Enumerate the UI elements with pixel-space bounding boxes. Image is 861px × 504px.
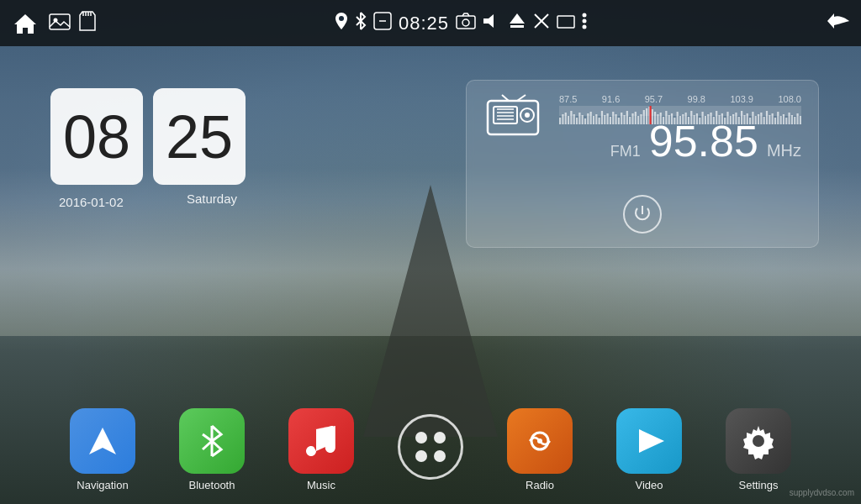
svg-rect-86 [710,113,711,124]
camera-icon[interactable] [456,13,476,34]
svg-rect-83 [701,112,703,124]
svg-rect-33 [565,113,567,124]
svg-point-20 [583,25,587,29]
freq-label-2: 95.7 [645,94,663,104]
svg-rect-60 [640,114,642,124]
svg-rect-77 [685,113,687,124]
bluetooth-label: Bluetooth [189,479,235,491]
svg-rect-87 [713,117,715,124]
app-launcher-button[interactable] [384,414,477,485]
freq-label-1: 91.6 [602,94,620,104]
location-icon [335,12,348,34]
launcher-dot-4 [434,450,446,462]
svg-rect-46 [601,111,603,124]
svg-rect-107 [769,115,770,124]
radio-top: 87.5 91.6 95.7 99.8 103.9 108.0 /* lines… [483,94,801,186]
clock-hours-box: 08 [50,88,143,185]
radio-icon-area [483,94,542,140]
svg-rect-51 [615,114,616,124]
svg-rect-50 [612,112,614,124]
status-bar: 08:25 [0,0,861,46]
back-icon[interactable] [826,10,851,36]
gallery-icon[interactable] [49,12,71,34]
app-dock: Navigation Bluetooth Music [0,395,861,504]
close-overlay-icon[interactable] [533,13,550,34]
clock-hours: 08 [63,102,130,171]
music-label: Music [307,479,335,491]
launcher-circle [398,414,463,480]
app-item-settings[interactable]: Settings [712,408,805,491]
app-item-video[interactable]: Video [603,408,695,491]
svg-rect-72 [671,113,673,124]
svg-rect-118 [800,116,801,124]
status-left-icons [10,8,96,39]
clock-date: 2016-01-02 [59,195,124,209]
clock-minutes-box: 25 [153,88,246,185]
eject-icon[interactable] [508,12,526,34]
svg-rect-32 [562,114,563,124]
app-item-bluetooth[interactable]: Bluetooth [166,408,258,491]
signal-icon [373,12,392,34]
status-time: 08:25 [399,13,449,34]
home-button[interactable] [10,8,40,39]
svg-rect-36 [573,114,575,124]
freq-label-4: 103.9 [730,94,753,104]
watermark: supplydvdso.com [790,488,854,497]
svg-rect-70 [665,111,667,124]
svg-rect-39 [582,115,584,124]
app-item-navigation[interactable]: Navigation [56,408,149,491]
svg-rect-53 [621,113,622,124]
radio-app-icon [507,408,573,474]
svg-rect-88 [716,111,717,124]
radio-power-button[interactable] [623,195,662,234]
settings-label: Settings [739,479,779,491]
svg-rect-40 [584,118,586,124]
app-item-radio[interactable]: Radio [494,408,586,491]
svg-rect-65 [654,112,656,124]
svg-rect-102 [755,116,757,124]
menu-icon[interactable] [582,12,587,34]
svg-rect-42 [590,112,592,124]
svg-rect-69 [663,117,664,124]
svg-rect-82 [699,118,700,124]
svg-rect-106 [766,111,768,124]
svg-rect-101 [752,112,753,124]
svg-rect-95 [735,113,737,124]
app-item-music[interactable]: Music [275,408,367,491]
svg-rect-17 [557,16,574,28]
svg-rect-64 [652,109,653,124]
svg-rect-110 [777,112,779,124]
launcher-dot-3 [415,450,427,462]
svg-rect-114 [788,113,790,124]
svg-rect-35 [570,111,572,124]
sd-card-icon[interactable] [79,11,96,35]
volume-icon[interactable] [483,13,501,34]
window-icon[interactable] [557,13,575,33]
svg-rect-96 [738,117,740,124]
svg-rect-113 [785,118,787,124]
launcher-dot-1 [415,432,427,444]
clock-date-row: 2016-01-02 Saturday [50,192,246,209]
main-content: 08 25 2016-01-02 Saturday [0,46,861,504]
svg-rect-67 [657,114,658,124]
svg-rect-99 [747,113,748,124]
svg-rect-84 [705,116,706,124]
svg-rect-57 [631,113,633,124]
svg-rect-38 [578,113,580,124]
radio-unit: MHz [767,141,801,160]
svg-rect-54 [623,115,625,124]
svg-point-19 [583,19,587,24]
radio-right-panel: 87.5 91.6 95.7 99.8 103.9 108.0 /* lines… [559,94,801,163]
svg-rect-41 [587,113,589,124]
svg-rect-108 [772,113,774,124]
svg-rect-98 [743,115,745,124]
svg-point-121 [537,438,542,444]
svg-rect-74 [677,112,679,124]
svg-rect-62 [646,108,647,124]
svg-rect-71 [668,115,670,124]
music-icon [288,408,354,474]
svg-rect-89 [718,115,720,124]
radio-widget[interactable]: 87.5 91.6 95.7 99.8 103.9 108.0 /* lines… [466,80,819,248]
svg-rect-59 [637,116,639,124]
svg-rect-52 [618,118,620,124]
